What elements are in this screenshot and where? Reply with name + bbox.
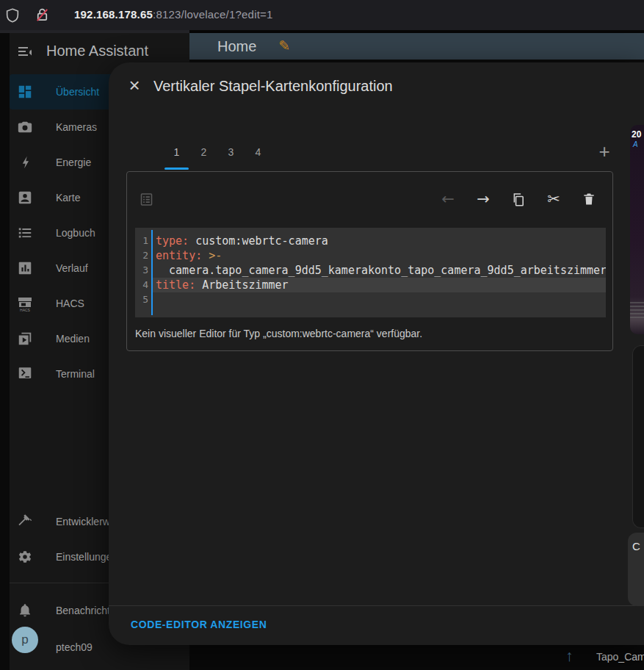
visual-editor-toggle-button[interactable]: [138, 191, 154, 207]
no-visual-editor-hint: Kein visueller Editor für Typ „custom:we…: [135, 328, 422, 339]
camera-image-detail: [630, 302, 644, 318]
tab-3[interactable]: 3: [217, 139, 245, 168]
move-card-back-button[interactable]: ←: [440, 191, 456, 207]
close-icon[interactable]: ×: [123, 75, 145, 97]
editor-line-numbers: 12345: [135, 234, 148, 307]
app-header-bar: Home ✎: [189, 33, 644, 60]
list-icon: [16, 224, 34, 242]
shield-icon[interactable]: [4, 7, 21, 24]
cut-card-button[interactable]: ✂: [546, 191, 562, 207]
browser-url-bar[interactable]: 192.168.178.65:8123/lovelace/1?edit=1: [0, 0, 644, 30]
view-dashboard-icon: [16, 83, 34, 101]
bell-icon: [16, 602, 34, 619]
chart-box-icon: [16, 259, 34, 277]
camera-icon: [16, 118, 34, 136]
url-text[interactable]: 192.168.178.65:8123/lovelace/1?edit=1: [74, 8, 273, 21]
console-icon: [16, 365, 34, 383]
account-box-icon: [16, 189, 34, 206]
stack-card-tabs: 1 2 3 4: [163, 139, 272, 168]
copy-card-button[interactable]: [510, 191, 527, 207]
hacs-store-icon: HACS: [16, 295, 34, 312]
play-box-multiple-icon: [16, 330, 34, 347]
card-editor-box: ← → ✂ 12345 type: custom:webrtc-cameraen…: [126, 171, 613, 351]
screen: 192.168.178.65:8123/lovelace/1?edit=1 Ho…: [0, 0, 644, 670]
background-card-letter: C: [632, 540, 640, 552]
active-tab-indicator: [164, 168, 189, 170]
window-left-edge: [0, 33, 10, 670]
bottom-media-bar: ↑ Tapo_Cam: [189, 645, 644, 670]
tab-4[interactable]: 4: [245, 139, 272, 168]
user-name: ptech09: [56, 641, 93, 653]
arrow-up-icon[interactable]: ↑: [565, 647, 574, 665]
edit-pencil-icon[interactable]: ✎: [278, 37, 290, 54]
add-card-button[interactable]: +: [595, 140, 614, 164]
insecure-lock-icon[interactable]: [34, 7, 51, 24]
show-code-editor-button[interactable]: CODE-EDITOR ANZEIGEN: [131, 619, 267, 630]
move-card-forward-button[interactable]: →: [475, 191, 491, 207]
footer-divider: [109, 605, 644, 606]
dialog-title: Vertikaler Stapel-Kartenkonfiguration: [153, 78, 393, 95]
gear-icon: [16, 548, 34, 566]
media-bar-label: Tapo_Cam: [596, 651, 644, 663]
url-path: :8123/lovelace/1?edit=1: [153, 8, 272, 21]
yaml-editor-lines: type: custom:webrtc-cameraentity: >- cam…: [153, 234, 606, 307]
delete-card-button[interactable]: [581, 191, 597, 207]
menu-open-icon[interactable]: [16, 43, 34, 60]
lightning-bolt-icon: [16, 154, 34, 171]
tab-home[interactable]: Home: [217, 38, 256, 55]
url-host: 192.168.178.65: [74, 8, 153, 21]
sidebar-title: Home Assistant: [46, 43, 148, 60]
camera-timestamp: 20: [632, 129, 641, 140]
background-card: [632, 345, 644, 528]
tab-1[interactable]: 1: [163, 139, 190, 168]
background-camera-card[interactable]: 20 A: [630, 125, 644, 334]
svg-text:HACS: HACS: [20, 308, 31, 312]
card-config-dialog: × Vertikaler Stapel-Kartenkonfiguration …: [109, 62, 644, 645]
hammer-icon: [16, 513, 34, 530]
camera-overlay-partial: A: [633, 140, 638, 148]
tab-2[interactable]: 2: [190, 139, 217, 168]
background-card-partial: C: [628, 533, 644, 606]
yaml-code-editor[interactable]: 12345 type: custom:webrtc-cameraentity: …: [135, 228, 606, 317]
avatar: p: [12, 627, 38, 653]
